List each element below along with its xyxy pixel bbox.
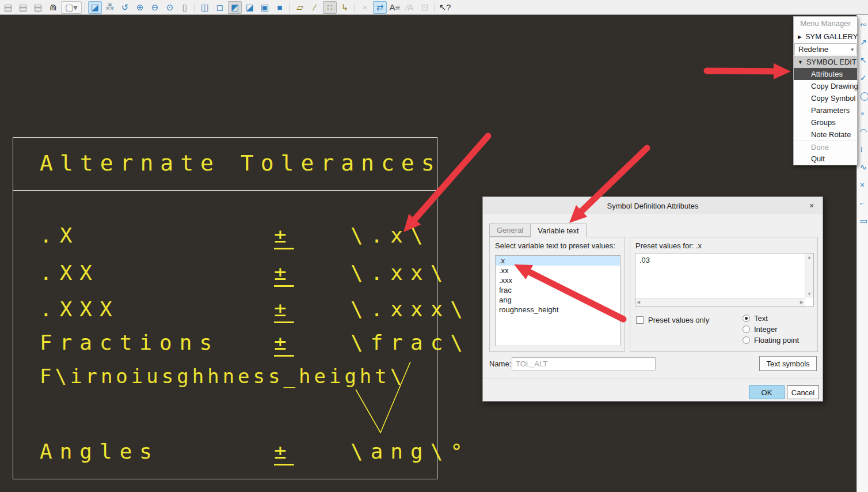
scroll-down-icon[interactable]: ▼ bbox=[807, 292, 812, 297]
variable-name: ang bbox=[499, 296, 512, 304]
toolbar-icon[interactable]: ◩ bbox=[228, 1, 242, 14]
scroll-left-icon[interactable]: ◀ bbox=[637, 300, 640, 305]
tab-label: General bbox=[497, 226, 523, 234]
menu-item-label: SYMBOL EDIT bbox=[806, 58, 856, 66]
dialog-title: Symbol Definition Attributes bbox=[607, 202, 699, 210]
menu-item[interactable]: Attributes bbox=[794, 68, 857, 80]
toolbar-icon[interactable]: ▱ bbox=[293, 1, 307, 14]
right-toolbar-icon[interactable]: ◠ bbox=[857, 122, 868, 140]
toolbar-icon[interactable]: ⊡ bbox=[418, 1, 432, 14]
toolbar-icon[interactable]: ⇄ bbox=[373, 1, 387, 14]
right-toolbar-icon[interactable]: ∿ bbox=[857, 158, 868, 176]
toolbar-icon[interactable]: ▢▾ bbox=[61, 1, 82, 14]
toolbar-icon[interactable]: ⊙ bbox=[163, 1, 177, 14]
menu-item[interactable]: Quit bbox=[794, 153, 857, 165]
radio-button-icon[interactable] bbox=[743, 315, 750, 322]
scroll-right-icon[interactable]: ▶ bbox=[800, 300, 804, 305]
variable-list-item[interactable]: roughness_height bbox=[496, 305, 620, 315]
menu-item[interactable]: Done bbox=[794, 141, 857, 153]
toolbar-icon[interactable]: A≡ bbox=[388, 1, 402, 14]
menu-item[interactable]: Copy Symbol bbox=[794, 92, 857, 104]
variable-name: .xx bbox=[499, 266, 509, 275]
variable-name: .xxx bbox=[499, 276, 512, 285]
dialog-titlebar[interactable]: Symbol Definition Attributes × bbox=[483, 197, 823, 214]
menu-item-label: Groups bbox=[811, 118, 836, 127]
toolbar-icon[interactable]: ◪ bbox=[88, 1, 102, 14]
variable-text-list[interactable]: .x .xx .xxx frac ang bbox=[495, 255, 620, 346]
toolbar-icon[interactable]: ■ bbox=[273, 1, 287, 14]
preset-values-only-row: Preset values only bbox=[636, 316, 709, 324]
horizontal-scrollbar[interactable]: ◀ ▶ bbox=[635, 298, 805, 306]
variable-list-item[interactable]: frac bbox=[496, 285, 620, 295]
toolbar-icon[interactable]: ∷ bbox=[323, 1, 337, 14]
menu-item[interactable]: Note Rotate bbox=[794, 128, 857, 141]
toolbar-icon[interactable] bbox=[435, 2, 435, 13]
ok-button[interactable]: OK bbox=[749, 385, 785, 399]
toolbar-icon[interactable]: ⋒ bbox=[46, 1, 60, 14]
toolbar-icon[interactable]: × bbox=[358, 1, 372, 14]
variable-list-item[interactable]: .xxx bbox=[496, 275, 620, 285]
right-toolbar-icon[interactable]: ▭ bbox=[857, 211, 868, 229]
dialog-tab[interactable]: General bbox=[489, 224, 531, 237]
toolbar-icon[interactable]: ▤ bbox=[31, 1, 45, 14]
dialog-tab[interactable]: Variable text bbox=[530, 224, 586, 237]
tolerance-label: F\irnoiusghhness_height\ bbox=[40, 365, 405, 388]
radio-button-icon[interactable] bbox=[743, 336, 750, 344]
toolbar-icon[interactable]: ◻ bbox=[213, 1, 227, 14]
toolbar-icon[interactable]: ▤ bbox=[16, 1, 30, 14]
close-icon[interactable]: × bbox=[806, 200, 817, 211]
variable-select-group: Select variable text to preset values: .… bbox=[489, 237, 625, 352]
value-type-radio[interactable]: Floating point bbox=[743, 335, 799, 346]
toolbar-icon[interactable] bbox=[85, 2, 85, 13]
top-toolbar: ▤ ▤ ▤ ⋒ ▢▾ ◪ ⁂ ↺ ⊕ ⊖ ⊙ ▯ ◫ ◻ bbox=[0, 0, 868, 15]
toolbar-icon[interactable]: ▤ bbox=[1, 1, 15, 14]
toolbar-icon[interactable]: ⊖ bbox=[148, 1, 162, 14]
right-toolbar-icon[interactable]: ◯ bbox=[857, 86, 868, 104]
toolbar-icon[interactable]: ◫ bbox=[198, 1, 212, 14]
toolbar-icon[interactable]: ∕ bbox=[308, 1, 322, 14]
toolbar-icon[interactable]: ⁂ bbox=[103, 1, 117, 14]
preset-values-only-checkbox[interactable] bbox=[636, 316, 644, 324]
text-symbols-button[interactable]: Text symbols bbox=[759, 356, 817, 371]
right-toolbar-icon[interactable]: ∘ bbox=[857, 104, 868, 122]
right-toolbar-icon[interactable]: ✓ bbox=[857, 69, 868, 86]
toolbar-icon[interactable]: ▣ bbox=[258, 1, 272, 14]
toolbar-icon[interactable]: ↳ bbox=[338, 1, 352, 14]
menu-item[interactable]: ▼ SYMBOL EDIT bbox=[794, 56, 857, 68]
toolbar-icon[interactable] bbox=[290, 2, 290, 13]
toolbar-icon[interactable] bbox=[195, 2, 195, 13]
preset-target-variable: .x bbox=[696, 241, 702, 250]
right-toolbar-icon[interactable]: ↗ bbox=[857, 33, 868, 51]
variable-list-item[interactable]: .x bbox=[496, 256, 620, 266]
menu-item[interactable]: Parameters bbox=[794, 104, 857, 116]
menu-item[interactable]: ▶ SYM GALLERY bbox=[794, 31, 857, 43]
value-type-radio[interactable]: Text bbox=[743, 313, 799, 324]
toolbar-icon[interactable]: ⊕ bbox=[133, 1, 147, 14]
vertical-scrollbar[interactable]: ▲ ▼ bbox=[805, 253, 813, 298]
scroll-up-icon[interactable]: ▲ bbox=[807, 255, 812, 260]
toolbar-icon[interactable]: ↺ bbox=[118, 1, 132, 14]
toolbar-icon[interactable]: ∕A bbox=[403, 1, 417, 14]
menu-manager-panel: Menu Manager ▶ SYM GALLERY ▾ Redefine ▼ … bbox=[793, 16, 858, 165]
value-type-radio[interactable]: Integer bbox=[743, 324, 799, 335]
radio-button-icon[interactable] bbox=[743, 326, 750, 333]
menu-item[interactable]: ▾ Redefine bbox=[794, 43, 856, 55]
cancel-button[interactable]: Cancel bbox=[787, 385, 819, 399]
right-toolbar-icon[interactable]: ∾ bbox=[857, 15, 868, 33]
cad-drawing-table[interactable]: Alternate Tolerances .X ± \.x\ .XX ± \.x… bbox=[13, 137, 437, 479]
plus-minus-symbol: ± bbox=[274, 224, 294, 247]
symbol-name-input[interactable] bbox=[512, 357, 656, 370]
right-toolbar-icon[interactable]: × bbox=[857, 176, 868, 194]
toolbar-icon[interactable]: ↖? bbox=[438, 1, 452, 14]
right-toolbar-icon[interactable]: ↖ bbox=[857, 51, 868, 69]
toolbar-icon[interactable]: ▯ bbox=[178, 1, 192, 14]
variable-list-item[interactable]: ang bbox=[496, 295, 620, 305]
toolbar-icon[interactable] bbox=[355, 2, 355, 13]
menu-item[interactable]: Groups bbox=[794, 116, 857, 128]
preset-values-textarea[interactable]: .03 ▲ ▼ ◀ ▶ bbox=[635, 253, 814, 306]
right-toolbar-icon[interactable]: ⌐ bbox=[857, 194, 868, 211]
variable-list-item[interactable]: .xx bbox=[496, 266, 620, 275]
menu-item[interactable]: Copy Drawing bbox=[794, 80, 857, 92]
toolbar-icon[interactable]: ◪ bbox=[243, 1, 257, 14]
right-toolbar-icon[interactable]: ≀ bbox=[857, 140, 868, 158]
